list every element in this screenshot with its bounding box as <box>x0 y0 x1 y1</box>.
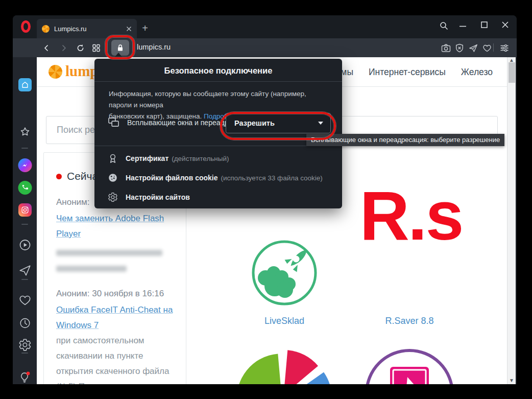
blurred-text <box>56 250 162 256</box>
sidebar-messenger-button[interactable] <box>18 158 32 172</box>
url-text[interactable]: lumpics.ru <box>137 43 171 51</box>
site-favicon-icon <box>42 25 50 33</box>
comment-text-line: скачивании на пункте <box>56 348 174 364</box>
certificate-icon <box>108 153 118 164</box>
grid-icon <box>92 43 101 52</box>
easy-setup-button[interactable] <box>500 43 509 52</box>
sidebar-whatsapp-button[interactable] <box>18 181 32 195</box>
forward-icon <box>60 44 68 52</box>
browser-window: Lumpics.ru + <box>13 15 517 384</box>
gear-icon <box>18 338 32 351</box>
close-window-button[interactable] <box>502 21 509 28</box>
phone-icon <box>21 184 29 192</box>
new-tab-button[interactable]: + <box>139 22 151 34</box>
lumpics-logo-icon[interactable] <box>49 65 62 79</box>
tab-close-icon[interactable] <box>126 26 132 32</box>
sidebar-tips-button[interactable] <box>18 370 32 384</box>
my-flow-button[interactable] <box>469 43 478 53</box>
sidebar-history-button[interactable] <box>18 317 31 330</box>
minimize-button[interactable] <box>460 26 466 27</box>
sidebar-settings-button[interactable] <box>18 338 32 351</box>
comment-link[interactable]: Чем заменить Adobe Flash Player <box>56 211 174 242</box>
speed-dial-button[interactable] <box>18 78 32 91</box>
popup-title: Безопасное подключение <box>94 66 342 76</box>
addressbar-separator <box>493 43 494 52</box>
bulb-icon <box>18 370 32 384</box>
comment-author: Аноним: 30 ноября в 16:16 <box>56 286 174 301</box>
forward-button[interactable] <box>60 44 68 52</box>
nav-item-internet-services[interactable]: Интернет-сервисы <box>369 67 446 78</box>
opera-menu-icon[interactable] <box>21 20 31 33</box>
close-icon <box>502 21 509 28</box>
messenger-icon <box>18 158 32 172</box>
whatsapp-icon <box>18 181 32 195</box>
app-label-rsaver[interactable]: R.Saver 8.8 <box>341 316 478 326</box>
maximize-button[interactable] <box>481 21 488 28</box>
certificate-detail: (действительный) <box>172 155 229 162</box>
browser-search-button[interactable] <box>440 21 448 30</box>
gear-icon <box>108 192 118 202</box>
sidebar-instagram-button[interactable] <box>18 203 32 217</box>
reload-button[interactable] <box>76 43 85 52</box>
paper-plane-icon <box>469 43 478 53</box>
tab-bar: Lumpics.ru + <box>13 15 517 38</box>
site-settings-menu-item[interactable]: Настройки сайтов <box>108 190 190 205</box>
cookies-detail: (используется 33 файла cookie) <box>221 174 323 182</box>
messenger-bolt-icon <box>20 161 29 170</box>
clock-icon <box>18 317 31 330</box>
nav-item-hardware[interactable]: Железо <box>461 67 493 78</box>
camera-icon <box>441 43 451 52</box>
sidebar-divider <box>21 279 28 280</box>
certificate-label: Сертификат <box>126 154 168 162</box>
heart-icon <box>18 294 32 306</box>
sidebar-player-button[interactable] <box>18 238 32 252</box>
annotation-ring-lock <box>105 35 135 59</box>
cookies-label: Настройки файлов cookie <box>126 174 218 182</box>
instagram-icon <box>18 203 32 217</box>
instagram-camera-icon <box>20 205 30 215</box>
minimize-icon <box>460 26 466 27</box>
comment-text-line: (№5) После загрузки запустите <box>56 379 174 384</box>
app-tile-laptop[interactable] <box>358 347 466 384</box>
sidebar-personal-news-button[interactable] <box>18 294 32 306</box>
app-tile-livesklad[interactable] <box>250 239 319 308</box>
comment-text-line: открытия скаченного файла <box>56 364 174 379</box>
paper-plane-icon <box>18 264 32 277</box>
play-circle-icon <box>18 238 32 252</box>
snapshot-button[interactable] <box>441 43 451 52</box>
laptop-cursor-icon <box>358 347 466 384</box>
certificate-menu-item[interactable]: Сертификат (действительный) <box>108 151 229 166</box>
annotation-ring-dropdown <box>220 112 336 140</box>
comment-link[interactable]: Ошибка FaceIT Anti-Cheat на Windows 7 <box>56 302 174 333</box>
popup-divider <box>94 81 342 82</box>
tab-tiles-button[interactable] <box>92 43 101 52</box>
bookmark-page-button[interactable] <box>482 43 492 52</box>
screenshot-frame: Lumpics.ru + <box>0 0 532 399</box>
tab-title: Lumpics.ru <box>54 25 126 33</box>
page-scrollbar[interactable]: ▲ ▼ <box>507 57 516 384</box>
cookies-menu-item[interactable]: Настройки файлов cookie (используется 33… <box>108 170 323 185</box>
live-dot-icon <box>56 174 62 179</box>
bookmarks-button[interactable] <box>18 126 31 138</box>
blurred-text <box>56 266 127 272</box>
sliders-icon <box>500 43 509 52</box>
scroll-down-arrow[interactable]: ▼ <box>509 378 514 383</box>
app-tile-pie-chart[interactable] <box>231 349 333 384</box>
popup-windows-icon <box>108 117 119 128</box>
adblocker-button[interactable] <box>455 43 464 53</box>
back-button[interactable] <box>42 44 51 52</box>
search-icon <box>440 21 448 30</box>
sidebar-divider <box>21 148 28 149</box>
address-bar: lumpics.ru <box>13 38 517 57</box>
sidebar: ••• <box>13 57 37 384</box>
maximize-icon <box>481 21 488 28</box>
sidebar-divider <box>21 353 28 354</box>
livesklad-rocket-icon <box>250 239 319 308</box>
speed-dial-icon <box>18 78 32 91</box>
rsaver-logo[interactable]: R.s <box>329 181 493 250</box>
app-label-livesklad[interactable]: LiveSklad <box>215 316 353 326</box>
scrollbar-thumb[interactable] <box>509 62 515 83</box>
home-icon <box>20 80 30 89</box>
pie-chart-icon <box>231 349 333 384</box>
sidebar-my-flow-button[interactable] <box>18 264 32 277</box>
